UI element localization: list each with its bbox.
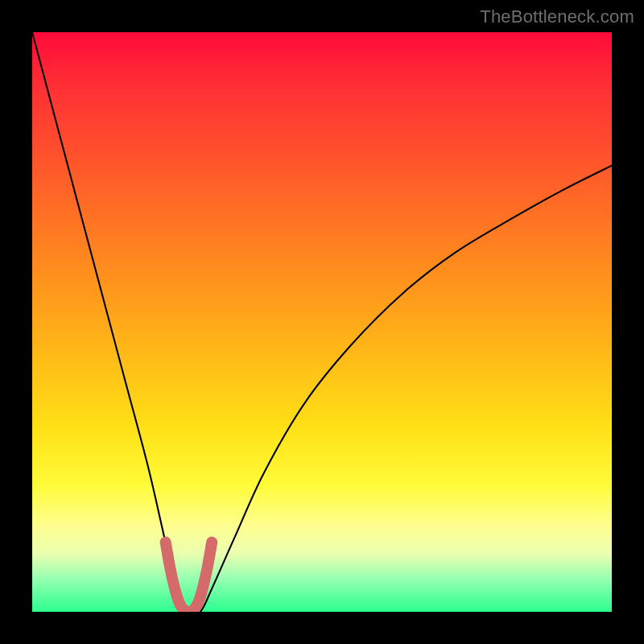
plot-area — [32, 32, 612, 612]
heat-gradient-background — [32, 32, 612, 612]
watermark-text: TheBottleneck.com — [480, 6, 634, 27]
chart-stage: TheBottleneck.com — [0, 0, 644, 644]
